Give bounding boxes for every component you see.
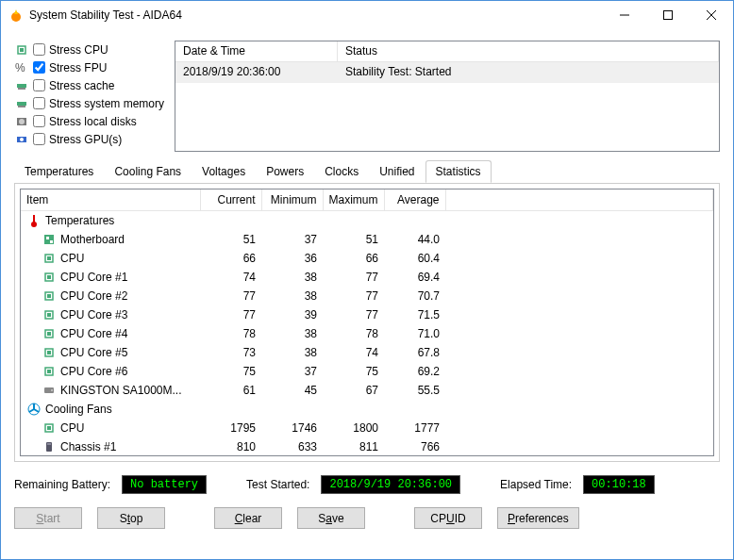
chip-icon [42,420,57,436]
svg-rect-41 [47,443,51,445]
col-maximum[interactable]: Maximum [323,189,384,211]
item-name: Chassis #1 [60,440,116,453]
chip-icon [42,270,57,285]
val-minimum: 36 [261,249,323,268]
col-current[interactable]: Current [200,189,261,211]
stats-group-row[interactable]: Temperatures [21,211,713,231]
minimize-button[interactable] [603,1,646,29]
stress-checkbox[interactable] [33,79,45,91]
val-minimum: 38 [261,343,323,362]
maximize-button[interactable] [646,1,690,29]
stress-option[interactable]: Stress CPU [14,41,165,58]
chip-icon [42,251,57,266]
close-button[interactable] [690,1,733,29]
fan-icon [26,402,42,417]
battery-label: Remaining Battery: [14,478,110,491]
log-row[interactable]: 2018/9/19 20:36:00Stability Test: Starte… [175,62,719,83]
stats-row[interactable]: Chassis #1810633811766 [21,437,713,456]
stats-row[interactable]: CPU Core #377397771.5 [21,305,713,324]
stress-checkbox[interactable] [33,61,45,74]
val-maximum: 75 [323,362,384,381]
svg-rect-8 [17,84,26,88]
stress-option[interactable]: Stress system memory [14,94,165,112]
svg-point-13 [19,119,25,124]
tab-cooling-fans[interactable]: Cooling Fans [104,160,192,183]
cpuid-button[interactable]: CPUID [414,507,482,529]
svg-rect-30 [47,332,51,336]
tab-statistics[interactable]: Statistics [425,160,492,183]
stress-option[interactable]: Stress GPU(s) [14,130,165,148]
log-panel: Date & Time Status 2018/9/19 20:36:00Sta… [175,41,720,152]
save-button[interactable]: Save [297,507,365,529]
window-title: System Stability Test - AIDA64 [29,8,603,22]
val-minimum: 39 [261,305,323,324]
col-average[interactable]: Average [384,189,445,211]
stress-label: Stress GPU(s) [49,133,122,146]
stress-checkbox[interactable] [33,133,45,145]
stats-row[interactable]: CPU66366660.4 [21,249,713,268]
log-status: Stability Test: Started [338,62,719,83]
val-maximum: 77 [323,287,384,305]
svg-rect-28 [47,313,51,317]
item-name: CPU Core #6 [60,365,127,378]
stats-row[interactable]: CPU1795174618001777 [21,419,713,437]
stats-row[interactable]: CPU Core #174387769.4 [21,268,713,287]
svg-rect-10 [17,102,26,106]
elapsed-value: 00:10:18 [583,475,655,494]
stats-row[interactable]: CPU Core #277387770.7 [21,287,713,305]
stress-checkbox[interactable] [33,115,45,127]
svg-rect-9 [18,88,25,90]
stats-row[interactable]: Motherboard51375144.0 [21,230,713,249]
item-name: KINGSTON SA1000M... [60,384,182,397]
val-current: 73 [200,343,261,362]
stats-row[interactable]: CPU Core #675377569.2 [21,362,713,381]
val-current: 66 [200,249,261,268]
stats-row[interactable]: KINGSTON SA1000M...61456755.5 [21,381,713,400]
val-maximum: 66 [323,249,384,268]
pct-icon: % [14,60,29,75]
val-current: 77 [200,305,261,324]
log-header-status[interactable]: Status [338,41,719,61]
stress-label: Stress local disks [49,115,137,128]
val-average: 55.5 [384,381,445,400]
stress-option[interactable]: Stress local disks [14,112,165,130]
svg-rect-2 [664,11,673,20]
stats-table-wrap[interactable]: Item Current Minimum Maximum Average Tem… [20,189,714,456]
started-value: 2018/9/19 20:36:00 [321,475,460,494]
item-name: CPU Core #1 [60,271,127,284]
stress-label: Stress FPU [49,61,107,74]
group-name: Temperatures [45,214,114,227]
stress-option[interactable]: %Stress FPU [14,58,165,76]
tab-powers[interactable]: Powers [256,160,314,183]
val-current: 61 [200,381,261,400]
status-row: Remaining Battery: No battery Test Start… [14,475,720,494]
stress-checkbox[interactable] [33,97,45,109]
stats-group-row[interactable]: Cooling Fans [21,400,713,419]
stop-button[interactable]: Stop [97,507,165,529]
stats-row[interactable]: CPU Core #573387467.8 [21,343,713,362]
col-item[interactable]: Item [21,189,200,211]
stress-option[interactable]: Stress cache [14,76,165,94]
tab-temperatures[interactable]: Temperatures [14,160,104,183]
stress-checkbox[interactable] [33,43,45,56]
tab-unified[interactable]: Unified [369,160,425,183]
stress-label: Stress CPU [49,43,108,57]
val-minimum: 38 [261,287,323,305]
tab-clocks[interactable]: Clocks [314,160,369,183]
svg-rect-26 [47,294,51,298]
svg-point-15 [20,138,24,141]
svg-point-17 [31,222,37,227]
stats-row[interactable]: CPU Core #478387871.0 [21,324,713,343]
val-maximum: 67 [323,381,384,400]
tab-voltages[interactable]: Voltages [192,160,256,183]
val-minimum: 38 [261,268,323,287]
log-header-datetime[interactable]: Date & Time [175,41,338,61]
val-maximum: 811 [323,437,384,456]
stress-options: Stress CPU%Stress FPUStress cacheStress … [14,41,165,152]
clear-button[interactable]: Clear [214,507,282,529]
val-average: 71.0 [384,324,445,343]
item-name: CPU [60,421,84,435]
item-name: Motherboard [60,233,125,246]
preferences-button[interactable]: Preferences [497,507,579,529]
col-minimum[interactable]: Minimum [261,189,323,211]
